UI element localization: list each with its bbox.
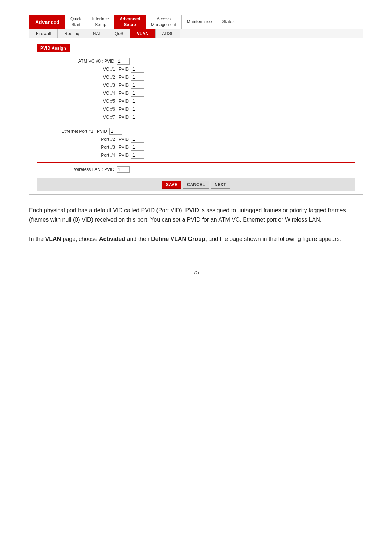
nav-item-advanced-setup[interactable]: Advanced Setup <box>114 15 146 29</box>
pvid-assign-label: PVID Assign <box>37 44 70 52</box>
bold-activated: Activated <box>99 236 125 242</box>
body-paragraph-2: In the VLAN page, choose Activated and t… <box>29 234 363 244</box>
atm-port-5: VC #5 : PVID <box>73 97 355 105</box>
divider-1 <box>37 124 355 124</box>
ethernet-port-3: Port #3 : PVID <box>73 143 355 151</box>
next-button[interactable]: NEXT <box>211 181 230 189</box>
wireless-port-1: Wireless LAN : PVID <box>58 165 355 173</box>
atm-port-7: VC #7 : PVID <box>73 113 355 121</box>
atm-port-6-input[interactable] <box>131 106 144 112</box>
atm-port-1: VC #1 : PVID <box>73 65 355 73</box>
ethernet-port-group: Ethernet Port #1 : PVID Port #2 : PVID P… <box>37 127 355 159</box>
atm-port-2-label: VC #2 : PVID <box>73 75 131 80</box>
atm-port-group: ATM VC #0 : PVID VC #1 : PVID VC #2 : PV… <box>37 57 355 121</box>
ethernet-port-2-label: Port #2 : PVID <box>73 137 131 142</box>
atm-port-1-label: VC #1 : PVID <box>73 67 131 72</box>
wireless-port-1-input[interactable] <box>117 166 130 173</box>
atm-port-5-input[interactable] <box>131 98 144 104</box>
ethernet-port-1: Ethernet Port #1 : PVID <box>51 127 355 135</box>
tab-routing[interactable]: Routing <box>58 29 86 38</box>
ethernet-port-2-input[interactable] <box>131 136 144 143</box>
ethernet-port-2: Port #2 : PVID <box>73 135 355 143</box>
tab-vlan[interactable]: VLAN <box>130 29 156 38</box>
atm-port-2-input[interactable] <box>131 74 144 81</box>
atm-port-6-label: VC #6 : PVID <box>73 107 131 112</box>
nav-bar: Advanced Quick Start Interface Setup Adv… <box>29 15 363 29</box>
wireless-port-1-label: Wireless LAN : PVID <box>58 167 117 172</box>
cancel-button[interactable]: CANCEL <box>183 181 209 189</box>
atm-port-0-label: ATM VC #0 : PVID <box>58 59 117 64</box>
nav-item-access-management[interactable]: Access Management <box>146 15 182 29</box>
nav-item-status[interactable]: Status <box>217 15 240 29</box>
body-paragraph-1: Each physical port has a default VID cal… <box>29 206 363 224</box>
bold-define-vlan-group: Define VLAN Group <box>151 236 205 242</box>
ethernet-port-4-label: Port #4 : PVID <box>73 153 131 158</box>
content-area: PVID Assign ATM VC #0 : PVID VC #1 : PVI… <box>29 38 363 195</box>
ethernet-port-4: Port #4 : PVID <box>73 151 355 159</box>
atm-port-4-label: VC #4 : PVID <box>73 91 131 96</box>
sub-tabs: Firewall Routing NAT QoS VLAN ADSL <box>29 29 363 38</box>
atm-port-3-input[interactable] <box>131 82 144 89</box>
atm-port-0-input[interactable] <box>117 58 130 65</box>
atm-port-4-input[interactable] <box>131 90 144 97</box>
atm-port-7-input[interactable] <box>131 114 144 120</box>
tab-qos[interactable]: QoS <box>108 29 130 38</box>
atm-port-2: VC #2 : PVID <box>73 73 355 81</box>
bold-vlan: VLAN <box>45 236 61 242</box>
atm-port-6: VC #6 : PVID <box>73 105 355 113</box>
ethernet-port-1-label: Ethernet Port #1 : PVID <box>51 129 109 134</box>
nav-item-quick-start[interactable]: Quick Start <box>65 15 87 29</box>
atm-port-4: VC #4 : PVID <box>73 89 355 97</box>
atm-port-5-label: VC #5 : PVID <box>73 99 131 104</box>
save-button[interactable]: SAVE <box>162 181 181 189</box>
page-number: 75 <box>29 266 363 275</box>
nav-item-maintenance[interactable]: Maintenance <box>182 15 217 29</box>
atm-port-0: ATM VC #0 : PVID <box>58 57 355 65</box>
atm-port-3: VC #3 : PVID <box>73 81 355 89</box>
atm-port-7-label: VC #7 : PVID <box>73 115 131 120</box>
nav-items: Quick Start Interface Setup Advanced Set… <box>65 15 363 29</box>
atm-port-3-label: VC #3 : PVID <box>73 83 131 88</box>
tab-adsl[interactable]: ADSL <box>156 29 180 38</box>
tab-firewall[interactable]: Firewall <box>29 29 58 38</box>
nav-item-interface-setup[interactable]: Interface Setup <box>87 15 115 29</box>
ethernet-port-1-input[interactable] <box>109 128 122 135</box>
ethernet-port-3-input[interactable] <box>131 144 144 151</box>
nav-brand: Advanced <box>29 15 65 29</box>
ethernet-port-3-label: Port #3 : PVID <box>73 145 131 150</box>
wireless-port-group: Wireless LAN : PVID <box>37 165 355 173</box>
button-row: SAVE CANCEL NEXT <box>37 178 355 191</box>
tab-nat[interactable]: NAT <box>86 29 108 38</box>
ethernet-port-4-input[interactable] <box>131 152 144 159</box>
atm-port-1-input[interactable] <box>131 66 144 73</box>
divider-2 <box>37 162 355 163</box>
